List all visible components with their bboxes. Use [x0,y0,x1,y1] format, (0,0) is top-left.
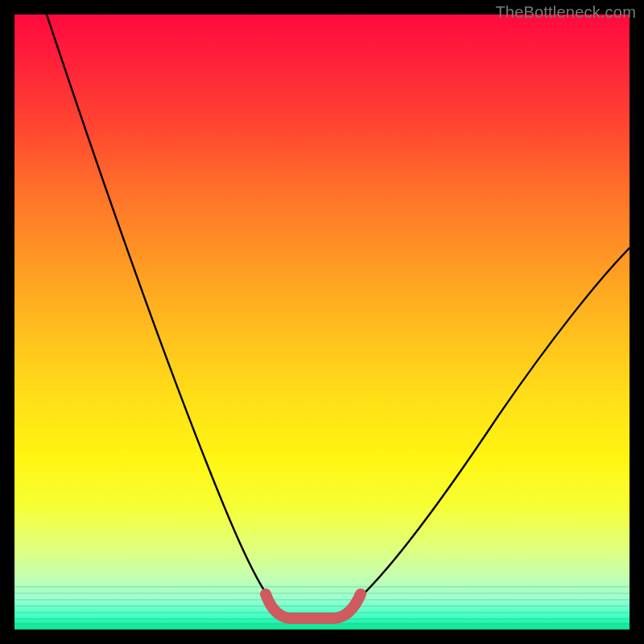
plot-area [14,14,630,630]
chart-frame: TheBottleneck.com [0,0,644,644]
valley-highlight [266,594,361,618]
bottleneck-curve-left [47,14,288,617]
curve-svg [14,14,630,630]
bottleneck-curve-right [336,248,630,617]
watermark-text: TheBottleneck.com [495,3,636,22]
